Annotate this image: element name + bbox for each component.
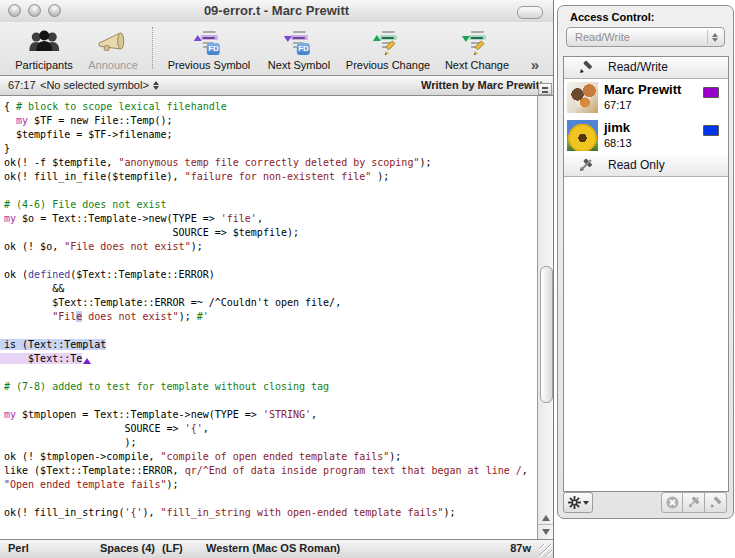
megaphone-icon [96,26,130,58]
code-line: "Open ended template fails"); [4,478,537,492]
next-change-icon [462,26,492,58]
resize-grip[interactable] [539,544,552,557]
popup-updown-icon [153,81,159,90]
code-line: # (7-8) added to test for template witho… [4,380,537,394]
code-line: ok (defined($Text::Template::ERROR) [4,268,537,282]
participant-name: jimk [604,120,630,135]
written-by-label: Written by Marc Prewitt [421,79,543,91]
vertical-scrollbar[interactable] [537,96,553,540]
code-line: # (4-6) File does not exist [4,198,537,212]
code-line: ok(! fill_in_string('{'), "fill_in_strin… [4,506,537,520]
announce-toolbar-button: Announce [88,26,138,71]
window-title: 09-error.t - Marc Prewitt [0,3,553,18]
section-label: Read/Write [608,60,668,74]
code-line [4,324,537,338]
code-line [4,254,537,268]
code-area: { # block to scope lexical filehandle my… [0,96,537,520]
code-line: $Text::Te [4,352,537,366]
code-line: } [4,142,537,156]
participants-toolbar-button[interactable]: Participants [15,26,72,71]
code-line: $tempfile = $TF->filename; [4,128,537,142]
user-color-swatch [703,87,719,98]
next-symbol-toolbar-button[interactable]: FD Next Symbol [268,26,330,71]
code-line: $Text::Template::ERROR =~ /^Couldn't ope… [4,296,537,310]
remove-participant-button[interactable] [661,492,683,513]
gear-icon [568,496,581,509]
pencil-icon [709,496,723,509]
scrollbar-thumb[interactable] [540,266,553,403]
next-change-toolbar-button[interactable]: Next Change [445,26,509,71]
toolbar-separator [152,27,153,69]
access-control-label: Access Control: [570,11,654,23]
language-mode-popup[interactable]: Perl [8,542,29,554]
code-line: ok (! $o, "File does not exist"); [4,240,537,254]
previous-change-icon [373,26,403,58]
code-line: { # block to scope lexical filehandle [4,100,537,114]
user-color-swatch [703,125,719,136]
code-line: && [4,282,537,296]
set-read-write-button[interactable] [705,492,727,513]
section-label: Read Only [608,158,665,172]
pencil-crossed-icon [578,158,594,173]
gear-dropdown-arrow-icon [583,501,589,505]
scroll-up-arrow[interactable] [538,511,553,524]
set-read-only-button[interactable] [683,492,705,513]
drawer-bottom-bar [558,492,733,514]
code-line: ok(! -f $tempfile, "anonymous temp file … [4,156,537,170]
code-line [4,184,537,198]
avatar [567,120,598,151]
cursor-position: 67:17 [8,79,36,91]
access-control-popup-value: Read/Write [575,31,630,43]
participants-icon [27,26,61,58]
word-count: 87w [510,542,531,554]
pencil-crossed-icon [687,496,701,509]
gear-action-button[interactable] [563,492,593,513]
code-line: like ($Text::Template::ERROR, qr/^End of… [4,464,537,478]
toolbar: Participants Announce FD Previous Symbol… [0,22,553,76]
split-view-widget[interactable] [538,83,552,95]
code-line: ok (! $tmplopen->compile, "compile of op… [4,450,537,464]
participant-name: Marc Prewitt [604,82,681,97]
previous-symbol-toolbar-button[interactable]: FD Previous Symbol [168,26,251,71]
access-control-popup[interactable]: Read/Write [566,27,725,47]
popup-stepper-icon [707,30,722,44]
symbol-bar: 67:17 <No selected symbol> Written by Ma… [0,76,553,96]
participant-row-jimk[interactable]: jimk 68:13 [564,117,728,155]
toolbar-overflow-chevron[interactable]: » [531,56,539,73]
code-editor[interactable]: { # block to scope lexical filehandle my… [0,96,537,540]
code-line: ); [4,436,537,450]
read-write-section-header: Read/Write [564,57,728,79]
participant-position: 68:13 [604,137,632,149]
participant-position: 67:17 [604,99,632,111]
indentation-popup[interactable]: Spaces (4) [100,542,155,554]
remote-user-caret [83,358,91,364]
code-line: SOURCE => $tempfile); [4,226,537,240]
code-line [4,492,537,506]
symbol-popup[interactable]: <No selected symbol> [40,79,159,91]
scroll-down-arrow[interactable] [538,524,553,538]
code-line [4,394,537,408]
code-line: "File does not exist"); #' [4,310,537,324]
previous-change-toolbar-button[interactable]: Previous Change [346,26,430,71]
avatar [567,82,598,113]
next-symbol-icon: FD [284,26,314,58]
toolbar-toggle-pill[interactable] [517,6,543,19]
code-line: my $tmplopen = Text::Template->new(TYPE … [4,408,537,422]
line-ending-popup[interactable]: (LF) [162,542,183,554]
status-bar: Perl Spaces (4) (LF) Western (Mac OS Rom… [0,539,553,558]
code-line: ok(! fill_in_file($tempfile), "failure f… [4,170,537,184]
previous-symbol-icon: FD [194,26,224,58]
pencil-icon [578,60,594,75]
participant-row-marc[interactable]: Marc Prewitt 67:17 [564,79,728,117]
editor-window: 09-error.t - Marc Prewitt Participants [0,0,554,558]
code-line: my $TF = new File::Temp(); [4,114,537,128]
code-line: my $o = Text::Template->new(TYPE => 'fil… [4,212,537,226]
title-bar[interactable]: 09-error.t - Marc Prewitt [0,0,553,23]
read-only-section-header: Read Only [564,155,728,177]
encoding-popup[interactable]: Western (Mac OS Roman) [206,542,340,554]
participants-list: Read/Write Marc Prewitt 67:17 jimk 68:13… [563,56,729,492]
code-line [4,366,537,380]
access-control-drawer: Access Control: Read/Write Read/Write Ma… [557,5,734,519]
circle-x-icon [666,496,679,509]
code-line: is (Text::Templat [4,338,537,352]
